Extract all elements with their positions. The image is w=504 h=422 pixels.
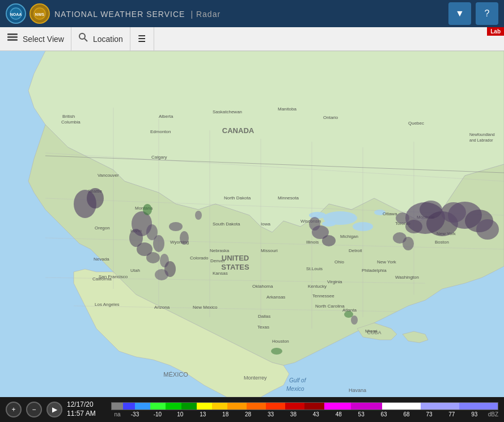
svg-text:Ohio: Ohio <box>334 259 344 265</box>
scale-label--10: -10 <box>146 411 169 417</box>
svg-text:Kentucky: Kentucky <box>308 284 327 289</box>
scale-label-18: 18 <box>214 411 237 417</box>
nws-logo: NWS <box>29 3 50 24</box>
svg-text:Los Angeles: Los Angeles <box>95 302 120 307</box>
svg-text:Ontario: Ontario <box>323 115 338 120</box>
map-container[interactable]: CANADA UNITED STATES MÉXICO CUBA British… <box>0 51 504 397</box>
svg-text:Nevada: Nevada <box>94 257 109 262</box>
color-scale: na -33 -10 10 13 18 28 33 38 43 48 53 63… <box>111 402 498 417</box>
svg-text:Columbia: Columbia <box>61 120 81 125</box>
toolbar: Select View Location ☰ Lab <box>0 27 504 51</box>
svg-point-130 <box>403 237 414 250</box>
svg-text:Denver: Denver <box>210 258 225 263</box>
add-frame-button[interactable]: + <box>6 402 22 417</box>
svg-text:Nebraska: Nebraska <box>210 248 230 253</box>
svg-point-114 <box>169 222 183 231</box>
dropdown-button[interactable]: ▼ <box>448 2 471 25</box>
svg-text:San Francisco: San Francisco <box>99 274 128 279</box>
svg-point-128 <box>396 212 409 224</box>
svg-point-133 <box>271 348 282 355</box>
scale-label-93: 93 <box>463 411 486 417</box>
svg-text:North Dakota: North Dakota <box>224 195 251 201</box>
svg-text:Mexico: Mexico <box>286 386 304 392</box>
color-labels: na -33 -10 10 13 18 28 33 38 43 48 53 63… <box>111 411 498 417</box>
svg-text:NOAA: NOAA <box>10 12 22 16</box>
map-svg: CANADA UNITED STATES MÉXICO CUBA British… <box>0 51 504 397</box>
svg-text:CANADA: CANADA <box>222 126 255 135</box>
play-button[interactable]: ▶ <box>46 402 62 417</box>
svg-text:Colorado: Colorado <box>190 255 209 261</box>
scale-unit: dBZ <box>488 411 498 417</box>
search-icon <box>78 32 88 45</box>
svg-point-131 <box>344 311 353 318</box>
svg-text:Houston: Houston <box>272 339 289 344</box>
svg-text:UNITED: UNITED <box>222 254 249 262</box>
site-title: NATIONAL WEATHER SERVICE | Radar <box>54 8 444 20</box>
menu-button[interactable]: ☰ <box>130 27 154 50</box>
svg-text:Kansas: Kansas <box>213 271 228 276</box>
scale-label-10: 10 <box>169 411 192 417</box>
svg-text:and Labrador: and Labrador <box>469 138 493 142</box>
help-button[interactable]: ? <box>476 2 498 25</box>
svg-point-127 <box>405 220 422 233</box>
svg-text:Havana: Havana <box>349 387 366 393</box>
svg-point-126 <box>441 202 466 223</box>
remove-frame-button[interactable]: − <box>26 402 42 417</box>
location-section[interactable]: Location <box>71 27 130 50</box>
lab-tag: Lab <box>487 27 504 36</box>
svg-text:New Mexico: New Mexico <box>193 305 218 310</box>
svg-text:North Carolina: North Carolina <box>315 304 345 309</box>
svg-point-124 <box>476 219 499 240</box>
svg-point-113 <box>143 204 152 215</box>
logos: NOAA NWS <box>6 3 50 24</box>
select-view-section[interactable]: Select View <box>0 27 71 50</box>
scale-label-48: 48 <box>327 411 350 417</box>
scale-label-43: 43 <box>304 411 327 417</box>
subtitle-text: | Radar <box>190 10 221 19</box>
svg-point-12 <box>309 212 326 219</box>
scale-label-73: 73 <box>418 411 441 417</box>
svg-point-118 <box>322 235 336 246</box>
noaa-logo: NOAA <box>6 3 26 24</box>
timestamp-time: 11:57 AM <box>67 410 107 419</box>
svg-text:Missouri: Missouri <box>261 248 278 253</box>
svg-point-108 <box>153 235 164 252</box>
svg-text:Michigan: Michigan <box>340 234 358 239</box>
svg-text:Dallas: Dallas <box>258 314 270 319</box>
svg-text:Philadelphia: Philadelphia <box>362 268 387 273</box>
scale-label--33: -33 <box>124 411 146 417</box>
svg-text:Tennessee: Tennessee <box>312 293 334 299</box>
svg-text:MÉXICO: MÉXICO <box>163 371 188 378</box>
svg-text:Arkansas: Arkansas <box>266 295 285 300</box>
scale-label-53: 53 <box>350 411 372 417</box>
svg-text:Newfoundland: Newfoundland <box>469 133 495 137</box>
location-label: Location <box>93 35 123 44</box>
title-text: NATIONAL WEATHER SERVICE <box>54 10 185 19</box>
svg-text:Saskatchewan: Saskatchewan <box>213 109 242 114</box>
svg-text:Miami: Miami <box>365 329 378 334</box>
svg-text:Detroit: Detroit <box>349 248 362 253</box>
svg-point-109 <box>146 252 160 263</box>
svg-text:South Dakota: South Dakota <box>213 221 240 227</box>
scale-label-13: 13 <box>192 411 214 417</box>
svg-text:Edmonton: Edmonton <box>150 129 171 134</box>
svg-text:NWS: NWS <box>35 12 45 16</box>
select-view-icon <box>7 32 18 46</box>
hamburger-icon: ☰ <box>138 33 146 44</box>
svg-text:New York: New York <box>377 259 397 265</box>
scale-label-38: 38 <box>282 411 304 417</box>
svg-text:Texas: Texas <box>257 325 269 330</box>
scale-label-63: 63 <box>372 411 395 417</box>
svg-point-116 <box>195 211 202 220</box>
svg-text:Calgary: Calgary <box>151 155 167 160</box>
svg-text:Virginia: Virginia <box>327 279 342 284</box>
color-bar <box>111 402 498 410</box>
svg-point-13 <box>322 221 336 227</box>
svg-text:St.Louis: St.Louis <box>306 266 323 271</box>
svg-text:Illinois: Illinois <box>306 240 319 245</box>
svg-point-115 <box>180 231 189 245</box>
svg-point-112 <box>155 269 168 280</box>
scale-label-33: 33 <box>260 411 282 417</box>
svg-text:Quebec: Quebec <box>408 121 424 126</box>
svg-point-103 <box>87 188 104 208</box>
